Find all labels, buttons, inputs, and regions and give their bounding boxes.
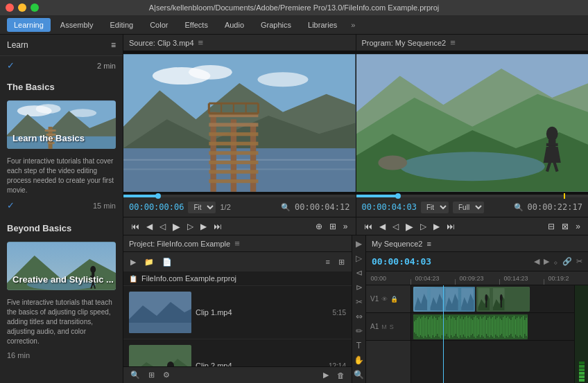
project-list-view-btn[interactable]: ≡ — [323, 256, 333, 267]
source-frame-fwd-btn[interactable]: ▷ — [185, 220, 196, 233]
program-menu-icon[interactable]: ≡ — [450, 37, 456, 48]
clip2-svg — [129, 345, 191, 366]
program-frame-back-btn[interactable]: ◁ — [390, 220, 401, 233]
program-panel-title: Program: My Sequence2 — [362, 39, 447, 47]
project-menu-icon[interactable]: ≡ — [234, 238, 240, 249]
timeline-tool3[interactable]: ⬦ — [553, 258, 558, 266]
program-step-back-btn[interactable]: ◀ — [377, 220, 388, 233]
basics-card[interactable]: Learn the Basics — [7, 100, 116, 149]
program-progress-thumb[interactable] — [395, 193, 401, 199]
program-extract-btn[interactable]: ⊠ — [560, 220, 571, 233]
maximize-button[interactable] — [31, 3, 39, 12]
program-play-btn[interactable]: ▶ — [404, 220, 415, 233]
project-search-btn[interactable]: 🔍 — [128, 369, 143, 381]
project-new-bin-btn[interactable]: 📁 — [141, 256, 157, 268]
source-panel-header: Source: Clip 3.mp4 ≡ — [123, 35, 356, 51]
video-clip-2[interactable] — [476, 287, 530, 312]
program-to-start-btn[interactable]: ⏮ — [362, 220, 374, 233]
program-to-end-btn[interactable]: ⏭ — [444, 220, 457, 233]
timeline-snap-btn[interactable]: 🔗 — [562, 257, 572, 266]
timeline-tool1[interactable]: ◀ — [534, 257, 539, 266]
source-more-btn[interactable]: » — [341, 220, 350, 233]
minimize-button[interactable] — [18, 3, 26, 12]
svg-rect-141 — [498, 317, 499, 337]
basics-card-label: Learn the Basics — [12, 133, 85, 143]
source-progress-thumb[interactable] — [155, 193, 161, 199]
tab-audio[interactable]: Audio — [218, 18, 251, 32]
more-tabs-button[interactable]: » — [347, 18, 359, 32]
source-step-fwd-btn[interactable]: ▶ — [198, 220, 209, 233]
source-play-btn[interactable]: ▶ — [171, 220, 182, 233]
program-timecode-bar: 00:00:04:03 Fit Full 🔍 00:00:22:17 — [356, 197, 589, 217]
project-delete-btn[interactable]: 🗑 — [334, 370, 347, 381]
sidebar-menu-icon[interactable]: ≡ — [111, 40, 116, 50]
creative-card[interactable]: Creative and Stylistic ... — [7, 242, 116, 290]
svg-rect-138 — [494, 316, 494, 338]
v1-lock-icon[interactable]: 🔒 — [390, 296, 398, 303]
source-frame-back-btn[interactable]: ◁ — [157, 220, 168, 233]
video-clip-1[interactable] — [413, 287, 475, 312]
tool-pen[interactable]: ✏ — [353, 326, 365, 337]
sequence-menu-icon[interactable]: ≡ — [426, 240, 431, 248]
clip1-thumbnail — [129, 292, 191, 333]
tab-libraries[interactable]: Libraries — [301, 18, 344, 32]
tool-ripple-edit[interactable]: ⊲ — [353, 267, 365, 278]
project-filter-btn[interactable]: ⊞ — [146, 369, 157, 381]
source-overwrite-btn[interactable]: ⊞ — [327, 220, 338, 233]
tab-effects[interactable]: Effects — [178, 18, 214, 32]
tool-razor[interactable]: ✂ — [353, 296, 365, 307]
svg-rect-131 — [483, 317, 483, 337]
tab-graphics[interactable]: Graphics — [254, 18, 298, 32]
source-menu-icon[interactable]: ≡ — [198, 37, 204, 48]
timeline-linked-btn[interactable]: ✂ — [576, 257, 582, 266]
project-file-row[interactable]: 📋 FileInfo.com Example.prproj — [123, 271, 352, 286]
source-insert-btn[interactable]: ⊕ — [313, 220, 325, 233]
audio-clip-1[interactable] — [413, 314, 528, 339]
tool-rolling-edit[interactable]: ⊳ — [353, 282, 365, 292]
tab-editing[interactable]: Editing — [103, 18, 141, 32]
project-settings-btn[interactable]: ⚙ — [160, 369, 173, 381]
program-fit-select[interactable]: Fit — [421, 202, 449, 213]
program-more-btn[interactable]: » — [573, 220, 582, 233]
timeline-tracks-area: 00:00 00:04:23 00:09:23 00:14:23 00:19:2 — [366, 271, 588, 383]
tool-track-select[interactable]: ▷ — [353, 253, 365, 263]
program-scrubber[interactable] — [356, 195, 589, 197]
program-resolution-select[interactable]: Full — [453, 202, 484, 213]
project-new-item-btn[interactable]: 📄 — [159, 256, 175, 268]
basics-duration: 15 min — [93, 202, 116, 210]
tool-selection[interactable]: ▶ — [353, 238, 365, 249]
a1-solo-icon[interactable]: S — [390, 323, 394, 330]
tool-zoom[interactable]: 🔍 — [353, 370, 365, 380]
timeline-tool2[interactable]: ▶ — [544, 257, 549, 266]
tab-assembly[interactable]: Assembly — [53, 18, 101, 32]
tool-slip[interactable]: ⇔ — [353, 311, 365, 321]
program-step-fwd-btn[interactable]: ▶ — [431, 220, 442, 233]
clip2-row[interactable]: Clip 2.mp4 12:14 — [123, 339, 352, 366]
close-button[interactable] — [6, 3, 14, 12]
sidebar-first-item[interactable]: ✓ 2 min — [0, 56, 123, 75]
program-lift-btn[interactable]: ⊟ — [546, 220, 557, 233]
basics-section-title: The Basics — [0, 75, 123, 96]
tab-learning[interactable]: Learning — [7, 18, 51, 32]
project-new-seq-btn[interactable]: ▶ — [320, 369, 331, 381]
v1-eye-icon[interactable]: 👁 — [381, 296, 388, 303]
source-to-end-btn[interactable]: ⏭ — [211, 220, 224, 233]
tab-color[interactable]: Color — [143, 18, 175, 32]
svg-rect-116 — [460, 319, 460, 335]
project-selector-tool[interactable]: ▶ — [128, 256, 139, 268]
tool-hand[interactable]: ✋ — [353, 355, 365, 366]
project-icon-view-btn[interactable]: ⊞ — [336, 256, 347, 268]
window-controls[interactable] — [6, 3, 39, 12]
program-frame-fwd-btn[interactable]: ▷ — [418, 220, 429, 233]
source-to-start-btn[interactable]: ⏮ — [129, 220, 141, 233]
source-fit-select[interactable]: Fit — [188, 202, 216, 213]
source-scrubber[interactable] — [123, 195, 356, 197]
clip1-svg — [129, 292, 191, 333]
tool-text[interactable]: T — [353, 341, 365, 351]
clip1-row[interactable]: Clip 1.mp4 5:15 — [123, 286, 352, 339]
source-step-back-btn[interactable]: ◀ — [144, 220, 155, 233]
tracks-container: V1 👁 🔒 A1 M S — [366, 285, 588, 383]
a1-mute-icon[interactable]: M — [381, 323, 387, 330]
svg-rect-136 — [490, 319, 491, 335]
timeline-playhead[interactable] — [443, 285, 444, 383]
